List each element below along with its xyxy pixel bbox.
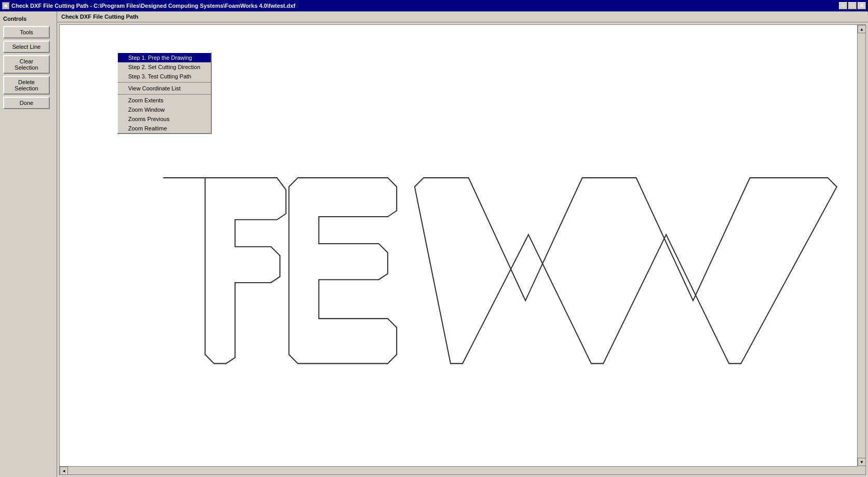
- vertical-scrollbar[interactable]: ▲ ▼: [857, 25, 865, 466]
- dropdown-zoom-realtime[interactable]: Zoom Realtime: [118, 124, 211, 133]
- scroll-down-button[interactable]: ▼: [858, 458, 866, 466]
- tools-button[interactable]: Tools: [3, 26, 50, 38]
- dropdown-step3[interactable]: Step 3. Test Cutting Path: [118, 72, 211, 81]
- horizontal-scrollbar[interactable]: ◄: [60, 466, 857, 474]
- clear-selection-button[interactable]: Clear Selection: [3, 55, 50, 74]
- close-button[interactable]: ✕: [858, 2, 866, 9]
- done-button[interactable]: Done: [3, 97, 50, 109]
- drawing-area: ▲ ▼ ◄ Step 1. Prep the Drawing Step 2. S…: [59, 24, 866, 475]
- delete-selection-button[interactable]: Delete Selection: [3, 76, 50, 95]
- menu-separator-1: [118, 82, 211, 83]
- maximize-button[interactable]: □: [848, 2, 857, 9]
- scroll-left-button[interactable]: ◄: [60, 467, 68, 475]
- scroll-corner: [857, 466, 865, 474]
- app-icon: ■: [2, 2, 9, 9]
- sidebar-title: Controls: [3, 16, 53, 22]
- dropdown-zooms-previous[interactable]: Zooms Previous: [118, 114, 211, 124]
- dropdown-zoom-window[interactable]: Zoom Window: [118, 105, 211, 114]
- minimize-button[interactable]: ─: [839, 2, 847, 9]
- dropdown-step1[interactable]: Step 1. Prep the Drawing: [118, 53, 211, 62]
- window-title: Check DXF File Cutting Path - C:\Program…: [11, 3, 295, 9]
- select-line-button[interactable]: Select Line: [3, 41, 50, 53]
- dropdown-view-coord[interactable]: View Coordinate List: [118, 84, 211, 93]
- panel-title: Check DXF File Cutting Path: [57, 11, 868, 22]
- dropdown-zoom-extents[interactable]: Zoom Extents: [118, 96, 211, 105]
- title-bar: ■ Check DXF File Cutting Path - C:\Progr…: [0, 0, 868, 11]
- sidebar: Controls Tools Select Line Clear Selecti…: [0, 11, 57, 477]
- dropdown-menu: Step 1. Prep the Drawing Step 2. Set Cut…: [117, 52, 212, 134]
- scroll-up-button[interactable]: ▲: [858, 25, 866, 33]
- dropdown-step2[interactable]: Step 2. Set Cutting Direction: [118, 62, 211, 72]
- main-panel: Check DXF File Cutting Path: [57, 11, 868, 477]
- menu-separator-2: [118, 94, 211, 95]
